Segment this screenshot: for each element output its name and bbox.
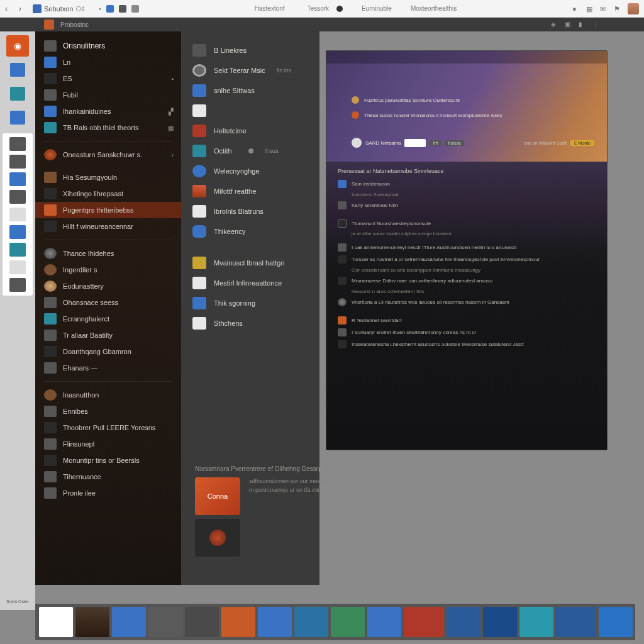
taskbar-thumb[interactable]: [599, 607, 633, 637]
sidebar-item-ennibes[interactable]: Ennibes: [35, 403, 181, 419]
search-btn-2[interactable]: fruissa: [445, 140, 464, 146]
sidebar-item-tbrals[interactable]: TB Rals obb thiel theorts▦: [35, 119, 181, 136]
taskbar-thumb[interactable]: [75, 607, 109, 637]
rail-home[interactable]: ◉: [6, 35, 29, 57]
sidebar-item-hillt[interactable]: Hillt f wineureancennar: [35, 218, 181, 235]
sidebar-item-tihern[interactable]: Tihernuance: [35, 469, 181, 485]
rail-mini-1[interactable]: [9, 137, 26, 151]
rail-mini-7[interactable]: [9, 243, 26, 257]
grid-icon[interactable]: ▦: [586, 5, 594, 13]
lower-row[interactable]: Kany lubentbeal Nbn: [338, 199, 596, 211]
sidebar-item-thance[interactable]: Thance Ihidehes: [35, 245, 181, 262]
cast-icon[interactable]: ▣: [565, 21, 572, 28]
mid-item-2[interactable]: snihe Sittwas: [181, 80, 319, 101]
mid-item-7[interactable]: Mifottf reatthe: [181, 181, 319, 201]
sidebar-item-ecrann[interactable]: Ecrannghalerct: [35, 311, 181, 327]
mid-item-3[interactable]: [181, 101, 319, 121]
taskbar-thumb[interactable]: [294, 607, 328, 637]
menu-item-1[interactable]: Hastextonf: [255, 5, 285, 12]
rail-mini-9[interactable]: [9, 278, 26, 292]
sidebar-item-ln[interactable]: Ln: [35, 54, 181, 70]
more-icon[interactable]: ⋮: [592, 21, 600, 28]
recommendation-card[interactable]: Conna sdthsomstinnen sor our mesiorl m p…: [195, 477, 608, 557]
taskbar-thumb[interactable]: [519, 607, 553, 637]
taskbar-thumb[interactable]: [447, 607, 480, 637]
sidebar-item-es[interactable]: ES▪: [35, 70, 181, 87]
rail-tile-1[interactable]: [6, 59, 29, 80]
taskbar-thumb[interactable]: [258, 607, 292, 637]
bookmark-icon[interactable]: ▮: [579, 21, 586, 28]
mic-icon[interactable]: ◈: [551, 21, 558, 28]
mid-item-4[interactable]: Heltetcime: [181, 121, 319, 141]
lower-row[interactable]: I Sortuaryr erotret Ittuen skivibtahnron…: [338, 326, 596, 338]
taskbar-thumb[interactable]: [404, 607, 444, 637]
toolbar-square2-icon[interactable]: [119, 5, 126, 13]
lower-row[interactable]: Insekatarenesrla Lhexsthernt asudosrrs o…: [338, 338, 596, 350]
search-btn-1[interactable]: fnf: [430, 140, 441, 146]
taskbar-thumb[interactable]: [367, 607, 401, 637]
sidebar-item-doanth[interactable]: Doanthqang Gbamron: [35, 343, 181, 360]
avatar[interactable]: [628, 3, 639, 14]
action-button[interactable]: E Monto: [570, 140, 594, 146]
sidebar-item-ohans[interactable]: Ohansnace seess: [35, 294, 181, 311]
sidebar-item-pronle[interactable]: Pronle ilee: [35, 485, 181, 501]
sidebar-item-traliaar[interactable]: Tr aliaar Baatilty: [35, 327, 181, 343]
search-input[interactable]: [404, 139, 426, 147]
menu-item-3[interactable]: Eurninuble: [362, 5, 392, 12]
rail-tile-3[interactable]: [6, 107, 29, 128]
lower-row[interactable]: I oak aninetrorrenonneyt nesclr ITtore A…: [338, 242, 596, 253]
mid-item-11[interactable]: Mestirl Infinreaattonce: [181, 273, 319, 293]
taskbar-thumb[interactable]: [556, 607, 596, 637]
lower-row[interactable]: Sain insteimocon: [338, 178, 596, 190]
taskbar-thumb[interactable]: [112, 607, 146, 637]
sidebar-item-flinsu[interactable]: Flinsunepl: [35, 436, 181, 452]
rail-tile-2[interactable]: [6, 83, 29, 104]
sidebar-item-fubil[interactable]: Fubil: [35, 87, 181, 103]
rail-mini-2[interactable]: [9, 155, 26, 169]
menu-item-4[interactable]: Moxteorthealthis: [411, 5, 457, 12]
mid-item-6[interactable]: Welecnynghge: [181, 161, 319, 181]
rail-mini-5[interactable]: [9, 208, 26, 221]
people-icon[interactable]: ⚑: [614, 5, 621, 13]
sidebar-item-ihank[interactable]: Ihankainiduines▞: [35, 103, 181, 119]
rail-mini-4[interactable]: [9, 190, 26, 204]
chat-icon[interactable]: ✉: [600, 5, 608, 13]
mid-item-8[interactable]: Ibrolnls Blatruns: [181, 201, 319, 221]
mid-item-13[interactable]: Sthchens: [181, 313, 319, 333]
taskbar-thumb[interactable]: [185, 607, 219, 637]
sidebar-item-pogent[interactable]: Pogentqrs thitteribebss: [35, 202, 181, 218]
forward-icon[interactable]: ›: [19, 4, 28, 13]
sidebar-item-thoobrer[interactable]: Thoobrer Pull LEERE Yoresns: [35, 419, 181, 436]
taskbar-thumb[interactable]: [331, 607, 365, 637]
notification-row-2[interactable]: Thesa sucos nouner Iriorueoroun noneurt …: [352, 111, 594, 119]
mid-item-10[interactable]: Mvainusct lbrasl hattgn: [181, 253, 319, 273]
toolbar-square-icon[interactable]: [106, 5, 114, 13]
bell-icon[interactable]: ●: [572, 5, 580, 13]
lower-row[interactable]: Mrunanuerse Drtinv naer oun ovthedhnary …: [338, 275, 596, 287]
mid-item-1[interactable]: Sekt Teerar Msicfin ins: [181, 60, 319, 80]
rail-mini-6[interactable]: [9, 225, 26, 239]
taskbar-thumb[interactable]: [221, 607, 255, 637]
menu-item-2[interactable]: Tessork: [308, 5, 329, 12]
back-icon[interactable]: ‹: [5, 4, 14, 13]
mid-item-12[interactable]: Thik sgorning: [181, 293, 319, 313]
lower-subheader-row[interactable]: Ttomanunl Noorshaestrepsinonsule: [338, 218, 596, 230]
rail-mini-8[interactable]: [9, 260, 26, 274]
mid-item-5[interactable]: OctithIhsua: [181, 141, 319, 161]
sidebar-item-inger[interactable]: Ingerdiler s: [35, 262, 181, 278]
toolbar-square3-icon[interactable]: [131, 5, 139, 13]
sidebar-item-ehanars[interactable]: Ehanars —: [35, 360, 181, 376]
sidebar-item-eodun[interactable]: Eodunasttery: [35, 278, 181, 294]
sidebar-item-xihet[interactable]: Xihetingo lihrepsast: [35, 186, 181, 202]
lower-row[interactable]: Wisrttuna a Lil neutehrss wos laruoee ol…: [338, 296, 596, 308]
taskbar-thumb[interactable]: [39, 607, 73, 637]
sidebar-item-hia[interactable]: Hia Sesumgyouln: [35, 169, 181, 186]
taskbar-thumb[interactable]: [483, 607, 517, 637]
sidebar-group-header[interactable]: Oneasturn Sanskchuwr s.›: [35, 147, 181, 163]
lower-row[interactable]: Tursser as nostnet a or cetrermausariune…: [338, 253, 596, 265]
sidebar-item-inasn[interactable]: Inasnutthon: [35, 387, 181, 403]
rail-mini-3[interactable]: [9, 172, 26, 186]
taskbar-thumb[interactable]: [148, 607, 182, 637]
sidebar-item-monunt[interactable]: Monuntipr tins or Beersls: [35, 452, 181, 469]
mid-item-0[interactable]: B Linekres: [181, 40, 319, 60]
